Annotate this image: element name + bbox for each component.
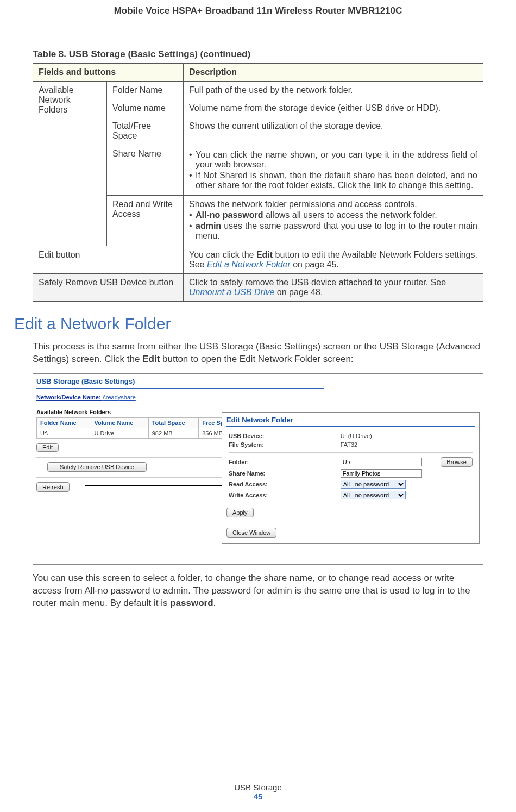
label-file-system: File System:: [229, 441, 264, 448]
table-row: Safely Remove USB Device button Click to…: [33, 274, 483, 302]
value-usb-device: U: (U Drive): [338, 432, 435, 440]
label-share-name: Share Name:: [229, 470, 265, 477]
intro-line: Shows the network folder permissions and…: [189, 199, 477, 209]
bullet: All-no password allows all users to acce…: [189, 210, 477, 220]
xref-link[interactable]: Edit a Network Folder: [207, 260, 291, 269]
share-name-input[interactable]: [341, 469, 422, 478]
safely-remove-button[interactable]: Safely Remove USB Device: [47, 462, 147, 472]
bullet: If Not Shared is shown, then the default…: [189, 171, 477, 190]
cell-field: Read and Write Access: [107, 196, 184, 246]
doc-title: Mobile Voice HSPA+ Broadband 11n Wireles…: [33, 5, 483, 29]
cell-field: Folder Name: [107, 82, 184, 99]
readyshare-link[interactable]: \\readyshare: [103, 394, 136, 401]
table-row: Available Network Folders Folder Name Fu…: [33, 82, 483, 99]
hr-icon: [226, 426, 475, 427]
group-anf: Available Network Folders: [33, 82, 107, 246]
refresh-button[interactable]: Refresh: [36, 482, 70, 492]
footer-chapter: USB Storage: [0, 783, 516, 792]
col-header[interactable]: Volume Name: [91, 417, 148, 428]
closing-paragraph: You can use this screen to select a fold…: [33, 572, 483, 610]
hr-icon: [36, 404, 324, 404]
close-window-button[interactable]: Close Window: [226, 528, 276, 538]
network-device-name: Network/Device Name: \\readyshare: [36, 394, 480, 401]
hr-icon: [226, 503, 475, 503]
hr-icon: [229, 452, 473, 453]
folder-input[interactable]: [341, 458, 422, 466]
bullet: You can click the name shown, or you can…: [189, 150, 477, 170]
spec-table: Fields and buttons Description Available…: [33, 63, 483, 302]
intro-paragraph: This process is the same from either the…: [33, 341, 483, 366]
col-header[interactable]: Total Space: [148, 417, 198, 428]
cell-field: Volume name: [107, 99, 184, 117]
cell-field: Safely Remove USB Device button: [33, 274, 184, 302]
cell-field: Edit button: [33, 246, 184, 274]
col-header[interactable]: Folder Name: [37, 417, 91, 428]
table-caption: Table 8. USB Storage (Basic Settings) (c…: [33, 49, 483, 60]
form-table: USB Device: U: (U Drive) File System: FA…: [226, 432, 475, 501]
read-access-select[interactable]: All - no password: [341, 480, 406, 489]
table-header-row: Fields and buttons Description: [33, 64, 483, 82]
cell-field: Total/Free Space: [107, 117, 184, 145]
footer-page-number: 45: [0, 792, 516, 801]
table-row: Edit button You can click the Edit butto…: [33, 246, 483, 274]
cell-desc: You can click the name shown, or you can…: [184, 145, 483, 196]
cell-desc: You can click the Edit button to edit th…: [184, 246, 483, 274]
cell: 982 MB: [148, 428, 198, 438]
value-file-system: FAT32: [338, 440, 435, 449]
cell-desc: Shows the current utilization of the sto…: [184, 117, 483, 145]
edit-network-folder-panel: Edit Network Folder USB Device: U: (U Dr…: [222, 412, 480, 544]
write-access-select[interactable]: All - no password: [341, 491, 406, 499]
browse-button[interactable]: Browse: [441, 457, 473, 467]
apply-button[interactable]: Apply: [226, 508, 254, 517]
cell: U:\: [37, 428, 91, 438]
hr-icon: [36, 388, 324, 389]
hr-icon: [226, 523, 475, 523]
label-read-access: Read Access:: [229, 481, 268, 488]
cell-desc: Full path of the used by the network fol…: [184, 82, 483, 99]
arrow-icon: [85, 485, 234, 486]
edit-button[interactable]: Edit: [36, 443, 59, 452]
label-folder: Folder:: [229, 459, 249, 465]
cell: U Drive: [91, 428, 148, 438]
figure-edit-folder: USB Storage (Basic Settings) Network/Dev…: [33, 373, 483, 565]
label-usb-device: USB Device:: [229, 433, 264, 439]
bullet: admin uses the same password that you us…: [189, 221, 477, 241]
cell-desc: Click to safely remove the USB device at…: [184, 274, 483, 302]
panel-title-basic: USB Storage (Basic Settings): [36, 377, 480, 385]
cell-desc: Shows the network folder permissions and…: [184, 196, 483, 246]
th-fields: Fields and buttons: [33, 64, 184, 82]
label-write-access: Write Access:: [229, 492, 268, 498]
cell-desc: Volume name from the storage device (eit…: [184, 99, 483, 117]
cell-field: Share Name: [107, 145, 184, 196]
hr-icon: [33, 778, 483, 778]
section-heading: Edit a Network Folder: [14, 315, 483, 333]
page-footer: USB Storage 45: [0, 778, 516, 801]
th-desc: Description: [184, 64, 483, 82]
xref-link[interactable]: Unmount a USB Drive: [189, 288, 274, 297]
panel-title-edit: Edit Network Folder: [226, 416, 475, 424]
